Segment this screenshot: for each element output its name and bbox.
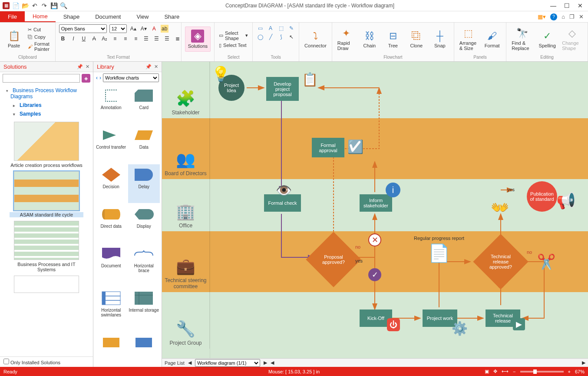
bold-icon[interactable]: B xyxy=(59,35,67,43)
italic-icon[interactable]: I xyxy=(69,35,77,43)
node-publication[interactable]: Publication of standard xyxy=(527,181,557,212)
paste-button[interactable]: 📋 Paste xyxy=(3,29,24,49)
rapid-draw-button[interactable]: ✦Rapid Draw xyxy=(336,27,357,52)
snap-button[interactable]: ┼Snap xyxy=(429,29,450,49)
solutions-search-input[interactable] xyxy=(3,74,80,83)
save-icon[interactable]: 💾 xyxy=(50,2,57,9)
grid-menu-icon[interactable]: ▦▾ xyxy=(538,13,546,20)
tab-view[interactable]: View xyxy=(129,11,156,22)
lib-item-control-transfer[interactable]: Control transfer xyxy=(95,125,127,163)
select-shape-button[interactable]: ▭Select Shape ▾ xyxy=(218,30,249,41)
tab-file[interactable]: File xyxy=(0,11,25,22)
align-bottom-icon[interactable]: ☰ xyxy=(163,35,171,43)
undo-icon[interactable]: ↶ xyxy=(31,2,38,9)
only-installed-checkbox[interactable]: Only Installed Solutions xyxy=(3,360,60,365)
format-button[interactable]: 🖌Format xyxy=(482,29,502,49)
lib-item-internal-storage[interactable]: Internal storage xyxy=(128,288,160,331)
solutions-button[interactable]: ◈ Solutions xyxy=(185,27,211,52)
align-middle-icon[interactable]: ☰ xyxy=(153,35,161,43)
open-icon[interactable]: 📂 xyxy=(22,2,29,9)
chain-button[interactable]: ⛓Chain xyxy=(359,29,380,49)
tree-root[interactable]: Business Process Workflow Diagrams xyxy=(0,86,93,101)
pin-icon[interactable]: 📌 xyxy=(145,64,152,70)
lib-item-decision[interactable]: Decision xyxy=(95,164,127,203)
tab-share[interactable]: Share xyxy=(156,11,187,22)
close-panel-icon[interactable]: ✕ xyxy=(86,64,89,70)
align-left-icon[interactable]: ≡ xyxy=(111,35,119,43)
node-inform-stakeholder[interactable]: Inform stakeholder xyxy=(360,194,392,212)
redo-icon[interactable]: ↷ xyxy=(41,2,48,9)
lib-item-horizontal-brace[interactable]: Horizontal brace xyxy=(128,243,160,287)
page-prev-icon[interactable]: ◀ xyxy=(188,360,192,366)
lib-item-data[interactable]: Data xyxy=(128,125,160,163)
workflow-canvas[interactable]: 🧩Stakeholder 👥Board of Directors 🏢Office… xyxy=(162,62,588,358)
cut-button[interactable]: ✂Cut xyxy=(27,27,52,33)
lib-item[interactable] xyxy=(95,332,127,365)
tab-document[interactable]: Document xyxy=(87,11,129,22)
lib-item-display[interactable]: Display xyxy=(128,204,160,243)
align-center-icon[interactable]: ≡ xyxy=(122,35,129,43)
lib-item-annotation[interactable]: Annotation xyxy=(95,85,127,124)
close-panel-icon[interactable]: ✕ xyxy=(154,64,158,70)
strike-icon[interactable]: A xyxy=(90,35,98,43)
lib-item-card[interactable]: Card xyxy=(128,85,160,124)
font-size-select[interactable]: 12 xyxy=(109,24,127,33)
new-icon[interactable]: 📄 xyxy=(12,2,19,9)
solutions-search-icon[interactable]: ◈ xyxy=(82,74,90,83)
tree-libraries[interactable]: Libraries xyxy=(0,101,93,110)
scroll-right-icon[interactable]: ▶ xyxy=(582,360,585,366)
fit-page-icon[interactable]: ✥ xyxy=(493,369,497,374)
subscript-icon[interactable]: A₂ xyxy=(101,35,109,43)
callout-tool-icon[interactable]: ⬚ xyxy=(277,24,285,32)
arrange-size-button[interactable]: ⬚Arrange & Size xyxy=(458,27,479,52)
font-color-icon[interactable]: A xyxy=(150,25,158,33)
highlight-icon[interactable]: ab xyxy=(161,25,168,33)
scroll-left-icon[interactable]: ◀ xyxy=(271,360,274,366)
zoom-level[interactable]: 67% xyxy=(575,369,585,374)
node-formal-approval[interactable]: Formal approval xyxy=(312,138,344,157)
shrink-font-icon[interactable]: A▾ xyxy=(140,25,148,33)
page-select[interactable]: Workflow diagram (1/1) xyxy=(195,359,260,367)
sample-thumb[interactable] xyxy=(10,276,83,293)
home-panel-icon[interactable]: ⌂ xyxy=(562,13,565,20)
ellipse-tool-icon[interactable]: ◯ xyxy=(256,33,264,41)
lib-item-direct-data[interactable]: Direct data xyxy=(95,204,127,243)
pen-tool-icon[interactable]: ✎ xyxy=(287,24,295,32)
arc-tool-icon[interactable]: ⟆ xyxy=(277,33,285,41)
align-top-icon[interactable]: ☰ xyxy=(142,35,150,43)
connector-button[interactable]: ⤵Connector xyxy=(303,29,328,49)
find-replace-button[interactable]: 🔭Find & Replace xyxy=(510,27,534,52)
change-shape-button[interactable]: ◇Change Shape xyxy=(560,27,584,52)
close-panel-icon[interactable]: ✕ xyxy=(579,13,584,20)
grow-font-icon[interactable]: A▴ xyxy=(129,25,137,33)
select-text-button[interactable]: ▯Select Text xyxy=(218,42,249,49)
node-develop-proposal[interactable]: Develop project proposal xyxy=(266,77,299,101)
font-select[interactable]: Open Sans xyxy=(59,24,107,33)
lib-item-delay[interactable]: Delay xyxy=(128,164,160,203)
tab-shape[interactable]: Shape xyxy=(56,11,88,22)
help-icon[interactable]: ? xyxy=(550,13,557,20)
line-spacing-icon[interactable]: ≣ xyxy=(174,35,182,43)
zoom-slider[interactable] xyxy=(520,371,564,373)
clone-button[interactable]: ⿻Clone xyxy=(406,29,427,49)
fit-width-icon[interactable]: ⟷ xyxy=(502,369,509,374)
text-tool-icon[interactable]: A xyxy=(267,24,274,32)
lib-item-document[interactable]: Document xyxy=(95,243,127,287)
page-next-icon[interactable]: ▶ xyxy=(264,360,267,366)
pin-icon[interactable]: 📌 xyxy=(77,64,83,70)
lib-prev-icon[interactable]: ‹ xyxy=(96,75,98,81)
tab-home[interactable]: Home xyxy=(25,11,56,22)
lib-item[interactable] xyxy=(128,332,160,365)
tree-button[interactable]: ⊟Tree xyxy=(383,29,403,49)
align-right-icon[interactable]: ≡ xyxy=(132,35,140,43)
close-button[interactable]: ✕ xyxy=(578,2,583,9)
sample-thumb-selected[interactable]: ASAM standard life cycle xyxy=(10,171,83,217)
library-select[interactable]: Workflow charts xyxy=(103,73,159,82)
restore-panel-icon[interactable]: ❐ xyxy=(569,13,575,20)
line-tool-icon[interactable]: ╱ xyxy=(267,33,274,41)
zoom-out-icon[interactable]: − xyxy=(513,369,515,374)
copy-button[interactable]: ⿻Copy xyxy=(27,34,52,40)
pointer-tool-icon[interactable]: ↖ xyxy=(287,33,295,41)
tree-samples[interactable]: Samples xyxy=(0,110,93,118)
rect-tool-icon[interactable]: ▭ xyxy=(256,24,264,32)
